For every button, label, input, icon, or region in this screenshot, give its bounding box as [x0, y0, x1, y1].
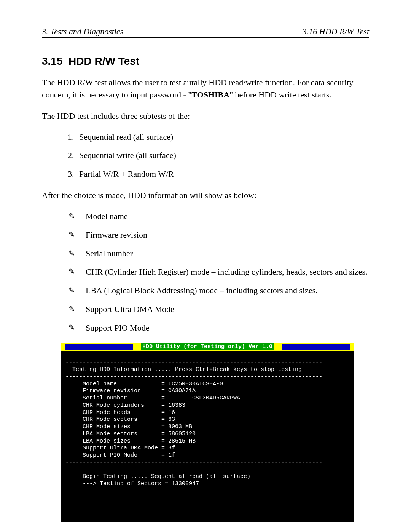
bullet-list: Model name Firmware revision Serial numb… [42, 211, 369, 334]
list-item: Serial number [68, 248, 369, 260]
list-item: Sequential read (all surface) [76, 131, 369, 143]
list-item: Sequential write (all surface) [76, 150, 369, 161]
paragraph-intro: The HDD R/W test allows the user to test… [42, 77, 369, 101]
titlebar-blue-right [282, 344, 350, 350]
header-left: 3. Tests and Diagnostics [42, 27, 123, 37]
list-item: CHR (Cylinder High Register) mode – incl… [68, 266, 369, 278]
list-item: Support Ultra DMA Mode [68, 304, 369, 315]
console-titlebar: HDD Utility (for Testing only) Ver 1.0 [61, 343, 354, 351]
numbered-list: Sequential read (all surface) Sequential… [42, 131, 369, 180]
paragraph-subtests: The HDD test includes three subtests of … [42, 110, 369, 122]
titlebar-blue-left [65, 344, 133, 350]
para1-bold: TOSHIBA [191, 90, 229, 99]
list-item: LBA (Logical Block Addressing) mode – in… [68, 285, 369, 297]
section-heading: 3.15 HDD R/W Test [42, 55, 369, 67]
para1-b: " before HDD write test starts. [229, 90, 331, 99]
paragraph-info: After the choice is made, HDD informatio… [42, 189, 369, 201]
list-item: Firmware revision [68, 229, 369, 241]
page-header: 3. Tests and Diagnostics 3.16 HDD R/W Te… [42, 27, 369, 38]
section-number: 3.15 [42, 55, 63, 67]
header-right: 3.16 HDD R/W Test [303, 27, 369, 37]
console-body: ----------------------------------------… [61, 351, 354, 488]
console-screenshot: HDD Utility (for Testing only) Ver 1.0 -… [61, 343, 354, 522]
list-item: Partial W/R + Random W/R [76, 168, 369, 180]
section-title-text: HDD R/W Test [68, 55, 139, 67]
list-item: Support PIO Mode [68, 322, 369, 334]
console-title: HDD Utility (for Testing only) Ver 1.0 [141, 343, 274, 350]
document-page: 3. Tests and Diagnostics 3.16 HDD R/W Te… [0, 0, 411, 532]
list-item: Model name [68, 211, 369, 222]
